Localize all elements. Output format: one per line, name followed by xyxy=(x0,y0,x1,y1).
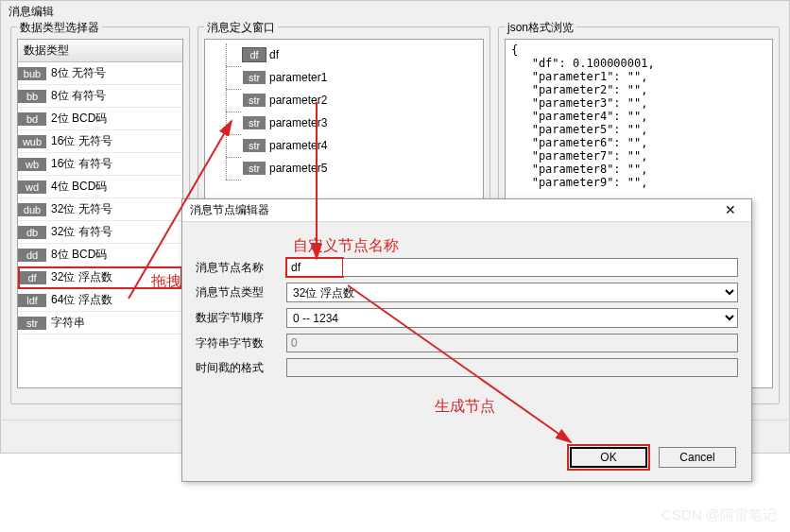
type-badge: bd xyxy=(18,112,46,126)
type-label: 16位 无符号 xyxy=(49,133,112,149)
type-badge: str xyxy=(18,317,46,330)
tree-label: parameter2 xyxy=(269,94,327,107)
type-badge: db xyxy=(18,226,46,239)
field-strlen-label: 字符串字节数 xyxy=(196,335,286,352)
tree-label: parameter4 xyxy=(269,139,327,152)
types-groupbox: 数据类型选择器 数据类型 bub8位 无符号bb8位 有符号bd2位 BCD码w… xyxy=(10,26,190,404)
tree-badge: str xyxy=(243,162,266,175)
type-label: 8位 有符号 xyxy=(49,88,106,104)
type-label: 64位 浮点数 xyxy=(49,292,112,308)
field-name-input-rest[interactable] xyxy=(343,258,738,277)
tree-group-title: 消息定义窗口 xyxy=(204,20,278,36)
type-label: 16位 有符号 xyxy=(49,156,112,172)
tree-row[interactable]: strparameter3 xyxy=(209,112,479,134)
type-row[interactable]: wub16位 无符号 xyxy=(18,130,182,153)
type-badge: dd xyxy=(18,249,46,262)
type-badge: wb xyxy=(18,158,46,171)
type-label: 32位 有符号 xyxy=(49,224,112,240)
tree-row[interactable]: strparameter4 xyxy=(209,134,479,157)
tree-label: parameter1 xyxy=(269,71,327,84)
field-name-label: 消息节点名称 xyxy=(196,260,286,276)
dialog-titlebar[interactable]: 消息节点编辑器 ✕ xyxy=(182,199,751,222)
type-row[interactable]: str字符串 xyxy=(18,312,182,335)
type-label: 4位 BCD码 xyxy=(49,179,107,195)
field-type-select[interactable]: 32位 浮点数 xyxy=(286,283,738,302)
type-row[interactable]: wb16位 有符号 xyxy=(18,153,182,176)
tree-row[interactable]: dfdf xyxy=(209,43,479,66)
type-badge: ldf xyxy=(18,294,46,307)
tree-label: df xyxy=(269,48,279,61)
tree-badge: df xyxy=(243,48,266,61)
types-group-title: 数据类型选择器 xyxy=(17,20,102,36)
tree-badge: str xyxy=(243,71,266,84)
type-badge: wub xyxy=(18,135,46,148)
tree-badge: str xyxy=(243,94,266,107)
field-order-label: 数据字节顺序 xyxy=(196,310,286,326)
type-row[interactable]: ldf64位 浮点数 xyxy=(18,289,182,312)
type-label: 2位 BCD码 xyxy=(49,111,107,127)
node-editor-dialog: 消息节点编辑器 ✕ 消息节点名称 消息节点类型 32位 浮点数 数据字节顺序 0… xyxy=(181,198,752,482)
type-badge: bb xyxy=(18,90,46,103)
type-row[interactable]: bd2位 BCD码 xyxy=(18,108,182,130)
ok-button[interactable]: OK xyxy=(570,447,647,468)
field-type-label: 消息节点类型 xyxy=(196,284,286,300)
tree-label: parameter3 xyxy=(269,116,327,129)
tree-label: parameter5 xyxy=(269,162,327,175)
field-ts-label: 时间戳的格式 xyxy=(196,360,286,376)
close-icon[interactable]: ✕ xyxy=(712,200,749,221)
type-label: 8位 BCD码 xyxy=(49,247,107,263)
dialog-title: 消息节点编辑器 xyxy=(190,202,269,218)
cancel-button[interactable]: Cancel xyxy=(659,447,736,468)
tree-badge: str xyxy=(243,116,266,129)
field-name-input[interactable] xyxy=(286,258,343,277)
type-label: 32位 浮点数 xyxy=(49,269,112,285)
type-row[interactable]: wd4位 BCD码 xyxy=(18,176,182,198)
type-row[interactable]: db32位 有符号 xyxy=(18,221,182,244)
type-row[interactable]: dub32位 无符号 xyxy=(18,198,182,221)
type-label: 字符串 xyxy=(49,315,85,331)
type-row[interactable]: bb8位 有符号 xyxy=(18,85,182,108)
type-label: 32位 无符号 xyxy=(49,201,112,217)
field-strlen-input xyxy=(286,334,738,352)
tree-row[interactable]: strparameter1 xyxy=(209,66,479,89)
type-label: 8位 无符号 xyxy=(49,65,106,81)
types-header: 数据类型 xyxy=(18,40,182,62)
dialog-form: 消息节点名称 消息节点类型 32位 浮点数 数据字节顺序 0 -- 1234 字… xyxy=(182,222,751,390)
type-badge: wd xyxy=(18,180,46,194)
type-badge: dub xyxy=(18,203,46,216)
watermark: CSDN @阿雷笔记 xyxy=(661,506,777,524)
type-row[interactable]: df32位 浮点数 xyxy=(18,266,182,289)
field-ts-input xyxy=(286,358,738,377)
type-row[interactable]: dd8位 BCD码 xyxy=(18,244,182,266)
type-badge: df xyxy=(18,271,46,284)
tree-row[interactable]: strparameter5 xyxy=(209,157,479,180)
type-row[interactable]: bub8位 无符号 xyxy=(18,62,182,85)
tree-badge: str xyxy=(243,139,266,152)
tree-row[interactable]: strparameter2 xyxy=(209,89,479,112)
type-badge: bub xyxy=(18,67,46,80)
json-group-title: json格式浏览 xyxy=(505,20,576,36)
window-title: 消息编辑 xyxy=(1,1,789,23)
types-list[interactable]: 数据类型 bub8位 无符号bb8位 有符号bd2位 BCD码wub16位 无符… xyxy=(17,39,183,388)
field-order-select[interactable]: 0 -- 1234 xyxy=(286,308,738,328)
